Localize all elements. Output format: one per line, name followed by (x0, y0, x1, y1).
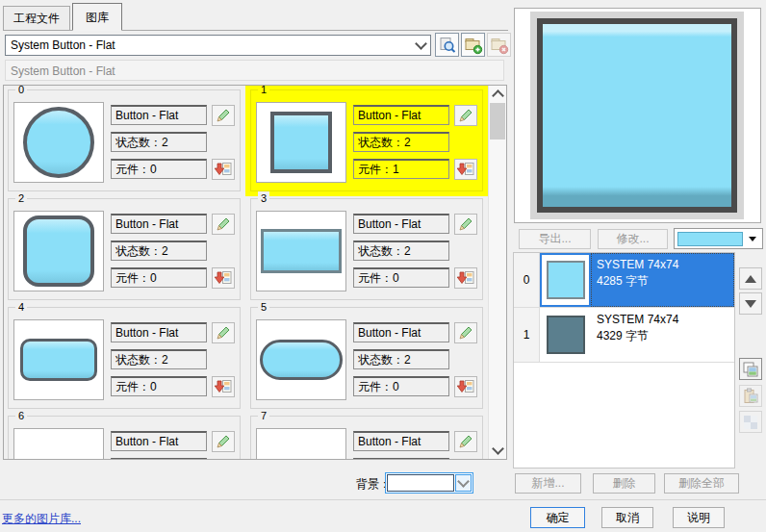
import-element-button[interactable] (212, 376, 235, 397)
ok-button[interactable]: 确定 (530, 507, 585, 528)
scroll-down-button[interactable] (489, 443, 506, 459)
library-combobox-value: System Button - Flat (6, 38, 411, 52)
item-preview (13, 428, 104, 459)
import-element-button[interactable] (212, 267, 235, 289)
element-count-field: 元件：0 (111, 159, 207, 179)
item-preview (256, 211, 346, 291)
item-name-field: Button - Flat (353, 322, 449, 342)
chevron-down-icon (455, 474, 472, 492)
pencil-icon (214, 434, 233, 449)
edit-name-button[interactable] (212, 105, 235, 126)
edit-name-button[interactable] (454, 214, 477, 235)
item-fields: Button - Flat (353, 431, 477, 459)
transparency-button[interactable] (739, 411, 762, 433)
list-row[interactable]: 1 SYSTEM 74x74 4329 字节 (514, 308, 734, 363)
delete-image-button[interactable]: 删除 (593, 473, 655, 494)
pencil-icon (456, 216, 475, 232)
grid-item[interactable]: 7 Button - Flat (250, 416, 483, 459)
image-title: SYSTEM 74x74 (597, 257, 728, 273)
shape-preview (270, 112, 332, 173)
help-button[interactable]: 说明 (673, 507, 725, 528)
color-dropdown[interactable] (674, 228, 763, 249)
copy-image-button[interactable] (739, 358, 762, 380)
item-number: 2 (15, 191, 27, 205)
delete-all-button[interactable]: 删除全部 (664, 473, 739, 494)
tab-gallery[interactable]: 图库 (72, 3, 122, 31)
import-element-button[interactable] (212, 159, 235, 180)
element-count-field: 元件：0 (353, 376, 449, 396)
library-combobox[interactable]: System Button - Flat (5, 35, 431, 56)
shape-preview (23, 107, 94, 178)
modify-button[interactable]: 修改... (598, 229, 668, 249)
export-button[interactable]: 导出... (519, 229, 591, 249)
field-spacer (212, 132, 235, 153)
add-library-button[interactable] (461, 33, 485, 57)
shape-preview (20, 339, 97, 381)
element-count-field: 元件：0 (111, 267, 207, 288)
image-size: 4329 字节 (597, 328, 728, 344)
cancel-button[interactable]: 取消 (601, 507, 653, 528)
background-combobox[interactable] (385, 472, 473, 494)
add-image-button[interactable]: 新增... (515, 473, 581, 494)
item-preview (13, 102, 104, 183)
color-swatch (677, 232, 743, 246)
grid-item[interactable]: 5 Button - Flat 状态数：2 元件：0 (250, 307, 483, 409)
tab-project-files[interactable]: 工程文件 (3, 6, 70, 30)
item-fields: Button - Flat 状态数：2 元件：0 (111, 322, 235, 403)
zoom-library-button[interactable] (435, 33, 459, 57)
thumbnail (547, 316, 585, 354)
state-count-field: 状态数：2 (111, 349, 207, 369)
import-arrow-icon (214, 270, 233, 286)
edit-name-button[interactable] (212, 214, 235, 235)
grid-item[interactable]: 0 Button - Flat 状态数：2 元件：0 (8, 89, 241, 191)
item-name-field: Button - Flat (111, 431, 207, 451)
background-combobox-value (387, 474, 454, 492)
item-name-field: Button - Flat (111, 322, 207, 342)
field-spacer (212, 241, 235, 262)
more-libraries-link[interactable]: 更多的图片库... (2, 511, 81, 527)
grid-item[interactable]: 3 Button - Flat 状态数：2 元件：0 (250, 198, 483, 300)
scroll-up-button[interactable] (489, 86, 506, 102)
state-count-field: 状态数：2 (353, 241, 449, 261)
state-count-field: 状态数：2 (111, 132, 207, 152)
item-name-field: Button - Flat (111, 105, 207, 125)
copy-image-icon (742, 361, 759, 378)
field-spacer (454, 458, 477, 460)
edit-name-button[interactable] (212, 431, 235, 452)
import-element-button[interactable] (454, 376, 477, 397)
button-preview-image (537, 18, 737, 213)
grid-item[interactable]: 4 Button - Flat 状态数：2 元件：0 (8, 307, 241, 409)
list-row[interactable]: 0 SYSTEM 74x74 4285 字节 (514, 253, 734, 308)
grid-item[interactable]: 1 Button - Flat 状态数：2 元件：1 (250, 89, 483, 191)
tab-strip: 工程文件 图库 (3, 4, 508, 31)
item-preview (256, 428, 346, 459)
edit-name-button[interactable] (454, 322, 477, 343)
remove-library-button[interactable] (487, 33, 511, 57)
move-up-button[interactable] (739, 267, 762, 290)
paste-image-button[interactable] (739, 385, 762, 407)
import-arrow-icon (214, 162, 233, 177)
item-preview (13, 211, 104, 291)
pencil-icon (456, 108, 475, 123)
field-spacer (212, 458, 235, 460)
item-number: 3 (258, 191, 269, 205)
grid-scrollbar[interactable] (488, 86, 506, 459)
state-count-field (353, 458, 449, 459)
shape-preview (23, 215, 94, 287)
grid-item[interactable]: 2 Button - Flat 状态数：2 元件：0 (8, 198, 241, 300)
move-down-button[interactable] (739, 292, 762, 315)
button-preview-panel (514, 8, 761, 223)
image-list[interactable]: 0 SYSTEM 74x74 4285 字节 1 SYSTEM 74x74 43… (513, 252, 735, 469)
edit-name-button[interactable] (454, 105, 477, 126)
image-info: SYSTEM 74x74 4329 字节 (591, 308, 734, 362)
item-preview (13, 319, 104, 400)
image-title: SYSTEM 74x74 (597, 312, 728, 328)
import-element-button[interactable] (454, 267, 477, 289)
edit-name-button[interactable] (454, 431, 477, 452)
scroll-thumb[interactable] (490, 103, 505, 139)
grid-item[interactable]: 6 Button - Flat (8, 416, 241, 459)
row-index: 0 (514, 253, 540, 307)
edit-name-button[interactable] (212, 322, 235, 343)
import-element-button[interactable] (454, 159, 477, 180)
import-arrow-icon (456, 162, 475, 177)
